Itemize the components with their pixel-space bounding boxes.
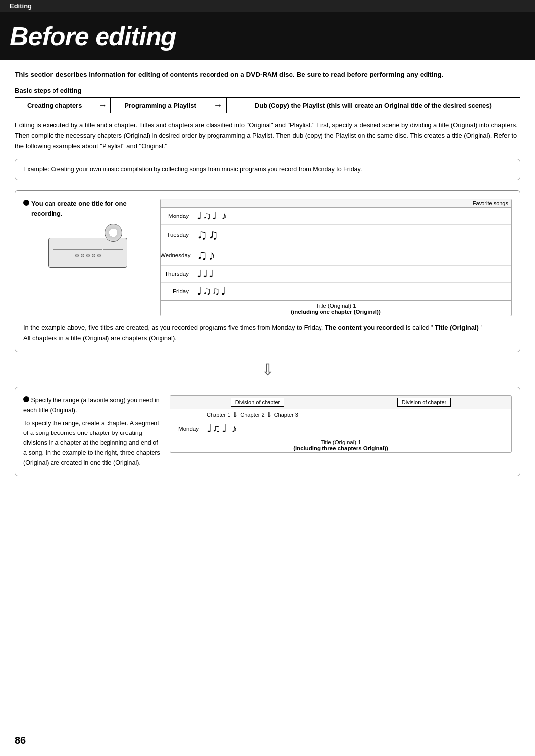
diagram-box-1: You can create one title for one recordi… (15, 190, 520, 352)
chapter-chart: Division of chapter Division of chapter … (170, 395, 512, 453)
page: Editing Before editing This section desc… (0, 0, 535, 756)
diagram2-title: Specify the range (a favorite song) you … (23, 395, 162, 415)
page-number: 86 (15, 735, 26, 746)
music-row-friday: Friday ♩♫♫♩ (160, 283, 511, 300)
basic-steps-heading: Basic steps of editing (15, 87, 520, 94)
bullet-dot-2 (23, 396, 29, 402)
day-thursday: Thursday (160, 271, 193, 277)
step2-cell: Programming a Playlist (111, 98, 210, 113)
day-friday: Friday (160, 288, 193, 294)
day-tuesday: Tuesday (160, 232, 193, 238)
example-box: Example: Creating your own music compila… (15, 159, 520, 181)
chapter3-label: Chapter 3 (274, 412, 298, 418)
notes-friday: ♩♫♫♩ (193, 283, 511, 300)
footer-line2: (including one chapter (Original)) (160, 309, 511, 315)
arrow-chapter2: ⇓ (267, 411, 272, 419)
diagram1-title: You can create one title for one recordi… (23, 199, 152, 218)
chapter-notes: ♩♫♩ ♪ (203, 420, 511, 437)
division-badge-1: Division of chapter (231, 398, 285, 407)
diagram-right-2: Division of chapter Division of chapter … (170, 395, 512, 453)
diagram-right-1: Favorite songs Monday ♩♫♩ ♪ Tuesday ♫♫ W… (160, 199, 512, 316)
arrow1: → (94, 98, 111, 113)
arrow-down-icon: ⇩ (261, 360, 274, 379)
intro-text: This section describes information for e… (15, 70, 520, 80)
chapter-header-row: Division of chapter Division of chapter (170, 396, 511, 409)
notes-monday: ♩♫♩ ♪ (193, 208, 511, 224)
music-row-thursday: Thursday ♩♩♩ (160, 266, 511, 283)
notes-thursday: ♩♩♩ (193, 266, 511, 282)
music-row-tuesday: Tuesday ♫♫ (160, 225, 511, 245)
example-text: Example: Creating your own music compila… (23, 166, 362, 173)
title-area: Before editing (0, 12, 535, 60)
chapter-footer: Title (Original) 1 (including three chap… (170, 437, 511, 452)
chapter2-label: Chapter 2 (240, 412, 264, 418)
music-row-wednesday: Wednesday ♫♪ (160, 245, 511, 266)
chapter-footer-line2: (including three chapters Original)) (170, 445, 511, 451)
notes-wednesday: ♫♪ (193, 245, 511, 265)
music-chart-1: Favorite songs Monday ♩♫♩ ♪ Tuesday ♫♫ W… (160, 199, 512, 316)
chapter1-label: Chapter 1 (207, 412, 230, 418)
diagram-left-2: Specify the range (a favorite song) you … (23, 395, 162, 468)
chart-footer-1: Title (Original) 1 (including one chapte… (160, 300, 511, 316)
day-monday: Monday (160, 213, 193, 219)
main-content: This section describes information for e… (0, 60, 535, 499)
step1-cell: Creating chapters (15, 98, 94, 113)
diagram-box-2: Specify the range (a favorite song) you … (15, 387, 520, 476)
chapter-day: Monday (170, 426, 203, 432)
bullet-dot-1 (23, 200, 29, 206)
chapter-music-row: Monday ♩♫♩ ♪ (170, 420, 511, 437)
music-row-monday: Monday ♩♫♩ ♪ (160, 208, 511, 225)
notes-tuesday: ♫♫ (193, 225, 511, 245)
chart-header: Favorite songs (160, 199, 511, 208)
chapter-footer-line1: Title (Original) 1 (321, 439, 361, 445)
arrow-chapter1: ⇓ (232, 411, 238, 419)
day-wednesday: Wednesday (160, 252, 193, 258)
body-text-1: Editing is executed by a title and a cha… (15, 120, 520, 151)
arrow2: → (210, 98, 226, 113)
diagram-left-1: You can create one title for one recordi… (23, 199, 152, 272)
top-bar: Editing (0, 0, 535, 12)
diagram2-body: To specify the range, create a chapter. … (23, 418, 162, 468)
arrow-down-container: ⇩ (15, 360, 520, 379)
step3-cell: Dub (Copy) the Playlist (this will creat… (226, 98, 520, 113)
steps-table: Creating chapters → Programming a Playli… (15, 97, 520, 113)
body-text-2: In the example above, five titles are cr… (23, 323, 512, 344)
footer-line1: Title (Original) 1 (316, 303, 356, 309)
dvd-player-illustration (48, 238, 127, 268)
division-badge-2: Division of chapter (397, 398, 451, 407)
page-title: Before editing (10, 21, 525, 51)
chapter-labels-row: Chapter 1 ⇓ Chapter 2 ⇓ Chapter 3 (170, 409, 511, 420)
top-bar-label: Editing (10, 2, 32, 10)
